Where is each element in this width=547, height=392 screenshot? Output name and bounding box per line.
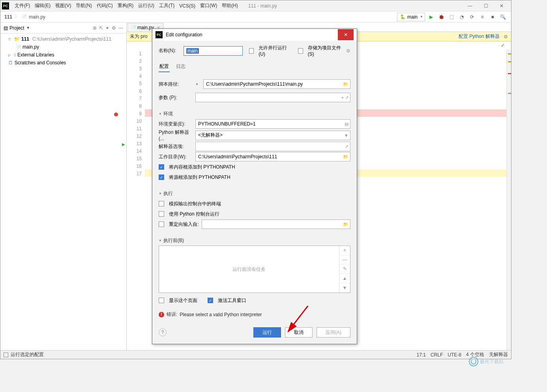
status-checkbox[interactable] (4, 353, 8, 357)
watermark: 极光下载站 (469, 357, 504, 366)
menu-vcs[interactable]: VCS(S) (177, 3, 198, 9)
add-source-roots-label: 将源根添加到 PYTHONPATH (169, 174, 230, 181)
hide-icon[interactable]: — (118, 25, 123, 31)
menu-tools[interactable]: 工具(T) (157, 2, 177, 9)
menu-edit[interactable]: 编辑(E) (32, 2, 53, 9)
params-input[interactable]: + ↗ (195, 93, 350, 102)
warn-mark (508, 93, 511, 94)
dialog-close-button[interactable]: ✕ (338, 29, 354, 40)
status-bar: 运行选定的配置 17:1 CRLF UTE-8 4 个空格 无解释器 (0, 350, 511, 359)
star-button[interactable]: ■ (488, 13, 497, 21)
breakpoint-icon[interactable] (114, 113, 118, 116)
gear-icon[interactable]: ⚙ (504, 34, 508, 39)
allow-parallel-checkbox[interactable] (249, 48, 254, 54)
coverage-button[interactable]: ⬚ (447, 13, 456, 21)
watermark-icon (469, 357, 478, 366)
menu-code[interactable]: 代码(C) (94, 2, 115, 9)
tree-external-libraries[interactable]: ▷ ⫴ External Libraries (0, 51, 126, 59)
store-project-checkbox[interactable] (298, 48, 303, 54)
nav-row: 111 〉 📄 main.py 🐍 main ▶ 🐞 ⬚ ◔ ⟳ ≡ ■ 🔍 (0, 11, 511, 23)
remove-task-button[interactable]: — (339, 255, 350, 265)
menu-window[interactable]: 窗口(W) (198, 2, 219, 9)
chevron-right-icon: ▷ (8, 53, 12, 57)
project-view-label[interactable]: ▤Project▼ (4, 25, 30, 31)
menu-navigate[interactable]: 导航(N) (73, 2, 94, 9)
envvar-input[interactable]: PYTHONUNBUFFERED=1▤ (195, 119, 350, 129)
interpreter-select[interactable]: <无解释器>▼ (195, 131, 350, 140)
menu-view[interactable]: 视图(V) (53, 2, 73, 9)
settings-icon[interactable]: ⚙ (112, 25, 116, 31)
redirect-input-checkbox[interactable] (159, 221, 164, 227)
env-section-header[interactable]: 环境 (159, 111, 350, 117)
folder-icon[interactable]: 📁 (343, 154, 348, 159)
maximize-button[interactable]: ☐ (478, 1, 494, 11)
locate-icon[interactable]: ⊕ (93, 25, 97, 31)
minimize-button[interactable]: — (462, 1, 478, 11)
edit-task-button[interactable]: ✎ (339, 264, 350, 274)
menu-file[interactable]: 文件(F) (12, 2, 32, 9)
gear-icon[interactable]: ⚙ (346, 48, 350, 54)
minimap[interactable] (506, 49, 511, 359)
chevron-down-icon[interactable]: ▼ (195, 83, 199, 86)
run-button[interactable]: ▶ (427, 13, 435, 21)
add-content-roots-checkbox[interactable]: ✓ (159, 164, 164, 170)
tree-scratches[interactable]: 🗒 Scratches and Consoles (0, 59, 126, 67)
tab-config[interactable]: 配置 (159, 62, 170, 72)
expand-icon[interactable]: + ↗ (341, 95, 348, 100)
run-button[interactable]: 运行 (253, 327, 281, 338)
line-11: 11 (127, 126, 142, 133)
debug-button[interactable]: 🐞 (437, 13, 446, 21)
tree-file-main[interactable]: 📄 main.py (0, 43, 126, 51)
emulate-terminal-checkbox[interactable] (159, 201, 164, 206)
app-icon: PC (155, 31, 163, 38)
line-13: 13▶ (127, 141, 142, 148)
attach-button[interactable]: ⟳ (468, 13, 476, 21)
menu-help[interactable]: 帮助(H) (219, 2, 240, 9)
tree-project-root[interactable]: ▽ 📁 111 C:\Users\admin\PycharmProjects\1… (0, 35, 126, 43)
redirect-input-field[interactable]: 📁 (202, 219, 350, 229)
script-path-input[interactable]: C:\Users\admin\PycharmProjects\111\main.… (203, 79, 350, 89)
exec-section-header[interactable]: 执行 (159, 190, 350, 197)
tab-log[interactable]: 日志 (175, 62, 186, 72)
add-source-roots-checkbox[interactable]: ✓ (159, 174, 164, 180)
menu-run[interactable]: 运行(U) (136, 2, 157, 9)
collapse-icon[interactable]: ✦ (105, 25, 109, 31)
banner-text: 未为 pro (130, 33, 148, 40)
list-icon[interactable]: ▤ (345, 122, 348, 127)
run-arrow-icon[interactable]: ▶ (122, 142, 125, 146)
configure-interpreter-link[interactable]: 配置 Python 解释器 (459, 33, 500, 40)
status-pos[interactable]: 17:1 (417, 352, 426, 358)
folder-icon[interactable]: 📁 (343, 222, 348, 227)
activate-tool-checkbox[interactable]: ✓ (208, 298, 213, 303)
move-down-button[interactable]: ▼ (339, 283, 350, 293)
use-python-console-checkbox[interactable] (159, 211, 164, 217)
edit-configuration-dialog: PC Edit configuration ✕ 名称(N): main 允许并行… (152, 28, 357, 344)
menu-refactor[interactable]: 重构(R) (115, 2, 136, 9)
crumb-project[interactable]: 111 (4, 14, 12, 20)
line-4: 4 (127, 73, 142, 81)
folder-icon[interactable]: 📁 (343, 82, 348, 87)
status-encoding[interactable]: UTE-8 (448, 352, 461, 358)
show-page-checkbox[interactable] (159, 298, 164, 303)
expand-icon[interactable]: ⇱ (99, 25, 103, 31)
close-button[interactable]: ✕ (494, 1, 510, 11)
move-up-button[interactable]: ▲ (339, 274, 350, 283)
before-section-header[interactable]: 执行前(B) (159, 237, 350, 244)
cancel-button[interactable]: 取消 (285, 327, 313, 338)
interp-opts-input[interactable]: ↗ (195, 142, 350, 151)
run-anything-button[interactable]: ≡ (478, 13, 487, 21)
crumb-file[interactable]: main.py (29, 14, 45, 20)
apply-button[interactable]: 应用(A) (317, 327, 350, 338)
profile-button[interactable]: ◔ (457, 13, 466, 21)
help-button[interactable]: ? (159, 328, 167, 336)
breadcrumb: 111 〉 📄 main.py (4, 13, 45, 20)
python-file-icon: 📄 (22, 15, 26, 19)
expand-icon[interactable]: ↗ (345, 144, 348, 149)
workdir-input[interactable]: C:\Users\admin\PycharmProjects\111📁 (195, 152, 350, 161)
line-15: 15 (127, 156, 142, 163)
status-crlf[interactable]: CRLF (431, 352, 443, 358)
run-config-select[interactable]: 🐍 main (397, 13, 425, 21)
name-input[interactable]: main (184, 46, 243, 56)
add-task-button[interactable]: + (339, 246, 350, 255)
search-button[interactable]: 🔍 (498, 13, 507, 21)
